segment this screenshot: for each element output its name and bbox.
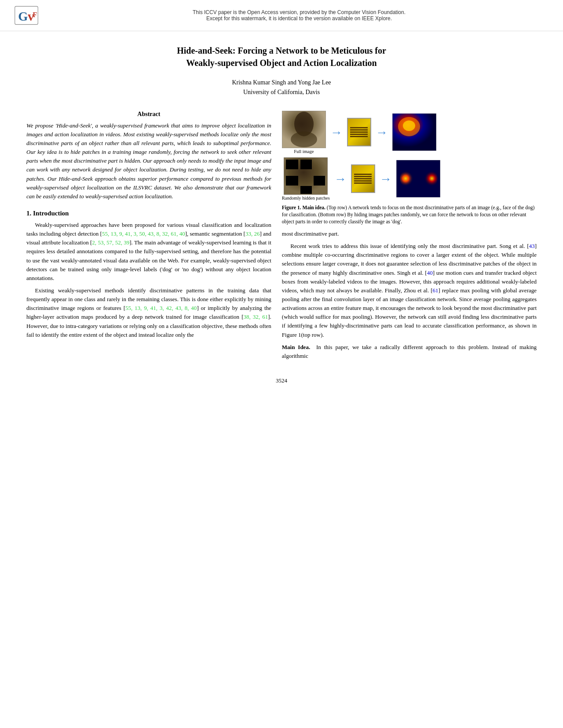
dog-full-image bbox=[282, 111, 326, 148]
two-column-layout: Abstract We propose 'Hide-and-Seek', a w… bbox=[26, 111, 537, 364]
cnn-line bbox=[354, 176, 372, 177]
svg-rect-17 bbox=[286, 176, 298, 186]
cvf-logo-icon: G v F bbox=[13, 4, 40, 26]
page: G v F This ICCV paper is the Open Access… bbox=[0, 0, 563, 728]
author-names: Krishna Kumar Singh and Yong Jae Lee bbox=[26, 78, 537, 87]
cnn-line bbox=[354, 178, 372, 179]
header-bar: G v F This ICCV paper is the Open Access… bbox=[0, 0, 563, 31]
figure-bottom-row: Randomly hidden patches → bbox=[282, 157, 537, 200]
intro-para-1: Weakly-supervised approaches have been p… bbox=[26, 221, 271, 283]
heatmap-hidden bbox=[396, 160, 440, 197]
arrow-1-icon: → bbox=[330, 125, 343, 139]
svg-point-11 bbox=[403, 120, 415, 131]
right-col-para-1: most discriminative part. bbox=[282, 229, 537, 238]
cnn-line bbox=[350, 127, 368, 128]
right-column: Full image → → bbox=[282, 111, 537, 364]
main-content: Hide-and-Seek: Forcing a Network to be M… bbox=[0, 31, 563, 402]
heatmap-full bbox=[392, 113, 436, 151]
intro-section-heading: 1. Introduction bbox=[26, 210, 271, 217]
intro-para-2: Existing weakly-supervised methods ident… bbox=[26, 286, 271, 339]
cnn-line bbox=[350, 136, 368, 137]
cnn-line bbox=[354, 180, 372, 182]
page-number: 3524 bbox=[26, 377, 537, 384]
cnn-box-top bbox=[347, 118, 371, 146]
abstract-heading: Abstract bbox=[26, 111, 271, 118]
abstract-text: We propose 'Hide-and-Seek', a weakly-sup… bbox=[26, 121, 271, 201]
right-col-para-3: Main Idea. In this paper, we take a radi… bbox=[282, 343, 537, 360]
cnn-line bbox=[350, 134, 368, 135]
cnn-line bbox=[354, 182, 372, 184]
cnn-box-bottom bbox=[351, 164, 375, 193]
full-image-label: Full image bbox=[294, 149, 314, 154]
cnn-line bbox=[350, 131, 368, 133]
svg-text:G: G bbox=[18, 10, 28, 23]
cnn-line bbox=[354, 174, 372, 175]
figure-top-row: Full image → → bbox=[282, 111, 537, 154]
header-notice: This ICCV paper is the Open Access versi… bbox=[48, 9, 550, 22]
left-column: Abstract We propose 'Hide-and-Seek', a w… bbox=[26, 111, 271, 364]
svg-text:F: F bbox=[33, 11, 37, 19]
authors: Krishna Kumar Singh and Yong Jae Lee Uni… bbox=[26, 78, 537, 98]
figure-1: Full image → → bbox=[282, 111, 537, 225]
svg-point-22 bbox=[400, 169, 419, 188]
right-col-para-2: Recent work tries to address this issue … bbox=[282, 242, 537, 339]
svg-rect-16 bbox=[300, 160, 312, 169]
svg-rect-18 bbox=[314, 176, 325, 186]
svg-rect-15 bbox=[286, 160, 298, 169]
author-affiliation: University of California, Davis bbox=[26, 87, 537, 97]
svg-rect-19 bbox=[300, 186, 312, 194]
arrow-3-icon: → bbox=[334, 172, 347, 186]
cnn-line bbox=[350, 129, 368, 131]
hidden-patches-label: Randomly hidden patches bbox=[282, 196, 330, 200]
dog-hidden-image bbox=[284, 157, 328, 195]
figure-caption: Figure 1. Main idea. (Top row) A network… bbox=[282, 204, 537, 225]
arrow-4-icon: → bbox=[380, 172, 392, 186]
svg-point-7 bbox=[291, 131, 317, 147]
paper-title: Hide-and-Seek: Forcing a Network to be M… bbox=[26, 44, 537, 69]
arrow-2-icon: → bbox=[376, 125, 388, 139]
svg-point-23 bbox=[418, 169, 438, 188]
